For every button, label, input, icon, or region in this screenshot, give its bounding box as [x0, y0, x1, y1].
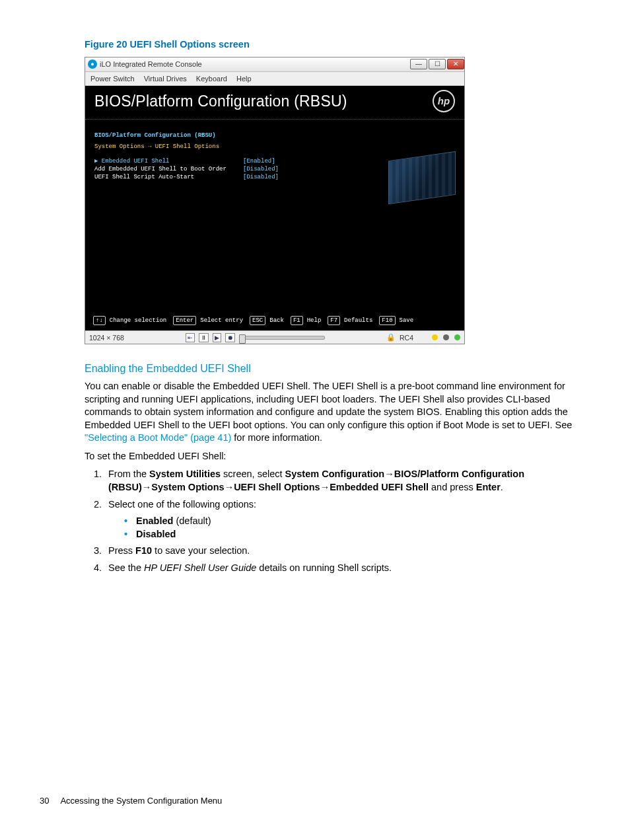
figure-caption: Figure 20 UEFI Shell Options screen [85, 38, 590, 52]
close-button[interactable]: ✕ [447, 59, 464, 69]
statusbar-btn[interactable]: ⏸ [199, 333, 209, 342]
maximize-button[interactable]: ☐ [429, 59, 446, 69]
bios-opt-name[interactable]: UEFI Shell Script Auto-Start [94, 173, 243, 181]
key-label: Defaults [344, 317, 372, 325]
key-updown: ↑↓ [93, 316, 106, 325]
rc4-label: RC4 [400, 333, 413, 342]
key-label: Help [307, 317, 322, 325]
key-label: Select entry [200, 317, 243, 325]
lock-icon: 🔒 [386, 332, 396, 342]
bios-opt-val: [Enabled] [243, 157, 275, 165]
menu-power-switch[interactable]: Power Switch [90, 74, 135, 84]
step-1: From the System Utilities screen, select… [104, 468, 590, 494]
bios-breadcrumb-1: BIOS/Platform Configuration (RBSU) [94, 132, 455, 139]
t: Enter [476, 482, 501, 492]
key-label: Back [269, 317, 284, 325]
section-heading: Enabling the Embedded UEFI Shell [85, 362, 590, 376]
bios-title: BIOS/Platform Configuration (RBSU) [94, 91, 347, 112]
resolution-label: 1024 × 768 [89, 333, 124, 342]
status-dot [454, 334, 460, 340]
link-boot-mode[interactable]: "Selecting a Boot Mode" (page 41) [85, 432, 231, 443]
t: Disabled [136, 529, 176, 539]
titlebar: ● iLO Integrated Remote Console — ☐ ✕ [85, 57, 464, 72]
key-label: Change selection [110, 317, 166, 325]
bios-opt-val: [Disabled] [243, 173, 279, 181]
opt-disabled: Disabled [124, 528, 590, 541]
t: From the [108, 469, 149, 479]
menu-keyboard[interactable]: Keyboard [196, 74, 227, 84]
screenshot-window: ● iLO Integrated Remote Console — ☐ ✕ Po… [85, 57, 465, 345]
t: System Configuration [285, 469, 385, 479]
t: HP UEFI Shell User Guide [144, 562, 256, 573]
bios-key-footer: ↑↓Change selection EnterSelect entry ESC… [93, 316, 456, 325]
bios-screen: BIOS/Platform Configuration (RBSU) hp BI… [85, 86, 464, 330]
para-text: for more information. [231, 432, 322, 443]
statusbar-btn[interactable]: ⏺ [225, 333, 235, 342]
t: System Utilities [149, 469, 221, 479]
t: F10 [135, 545, 152, 556]
t: and press [429, 482, 476, 492]
t: Embedded UEFI Shell [330, 482, 429, 492]
statusbar-btn[interactable]: ⇤ [186, 333, 195, 342]
t: See the [108, 562, 144, 573]
t: System Options [151, 482, 224, 492]
key-f10: F10 [379, 316, 395, 325]
t: screen, select [221, 469, 285, 479]
key-label: Save [400, 317, 414, 325]
menu-virtual-drives[interactable]: Virtual Drives [144, 74, 187, 84]
opt-enabled: Enabled (default) [124, 515, 590, 528]
page-number: 30 [40, 796, 49, 806]
step-2: Select one of the following options: Ena… [104, 498, 590, 541]
server-image [389, 152, 455, 204]
statusbar: 1024 × 768 ⇤ ⏸ ▶ ⏺ 🔒 RC4 [85, 330, 464, 344]
status-dot [443, 334, 449, 340]
section-para: You can enable or disable the Embedded U… [85, 380, 590, 445]
t: details on running Shell scripts. [256, 562, 392, 573]
key-f7: F7 [328, 316, 340, 325]
t: UEFI Shell Options [234, 482, 320, 492]
bios-opt-val: [Disabled] [243, 165, 279, 173]
step-3: Press F10 to save your selection. [104, 545, 590, 558]
t: (default) [173, 515, 211, 526]
t: to save your selection. [152, 545, 250, 556]
t: Select one of the following options: [108, 499, 256, 510]
key-enter: Enter [173, 316, 196, 325]
status-dot [432, 334, 438, 340]
footer-title: Accessing the System Configuration Menu [60, 796, 222, 806]
statusbar-btn[interactable]: ▶ [213, 333, 221, 342]
menu-help[interactable]: Help [236, 74, 252, 84]
hp-icon: ● [88, 59, 97, 69]
page-footer: 30 Accessing the System Configuration Me… [40, 795, 222, 807]
key-esc: ESC [250, 316, 265, 325]
window-title: iLO Integrated Remote Console [100, 59, 409, 69]
key-f1: F1 [291, 316, 303, 325]
bios-opt-name[interactable]: Embedded UEFI Shell [94, 157, 243, 165]
t: Enabled [136, 515, 173, 526]
para-text: You can enable or disable the Embedded U… [85, 381, 572, 430]
bios-opt-name[interactable]: Add Embedded UEFI Shell to Boot Order [94, 165, 243, 173]
steps-list: From the System Utilities screen, select… [85, 468, 590, 574]
statusbar-slider[interactable] [239, 336, 325, 340]
hp-logo: hp [433, 90, 455, 112]
t: Press [108, 545, 135, 556]
section-lead: To set the Embedded UEFI Shell: [85, 450, 590, 463]
menubar: Power Switch Virtual Drives Keyboard Hel… [85, 72, 464, 87]
bios-breadcrumb-2: System Options → UEFI Shell Options [94, 143, 455, 151]
step-4: See the HP UEFI Shell User Guide details… [104, 562, 590, 575]
minimize-button[interactable]: — [410, 59, 427, 69]
